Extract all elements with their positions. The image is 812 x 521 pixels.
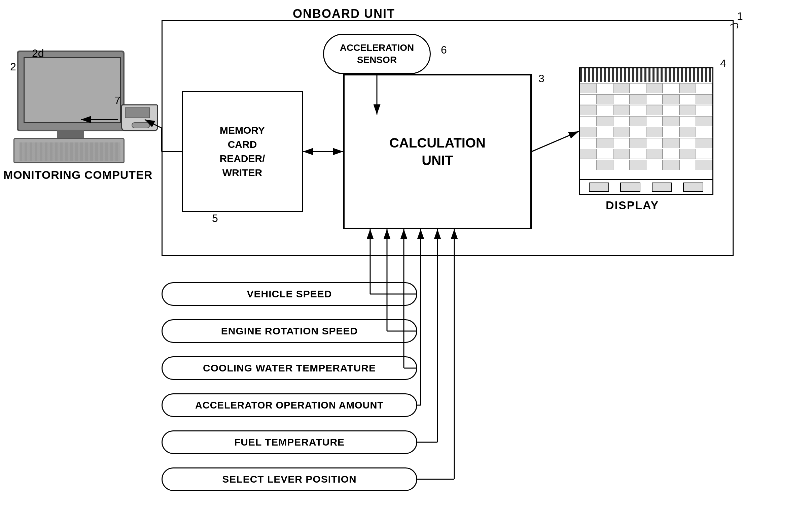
ref-num-4: 4 xyxy=(720,57,726,70)
computer-area xyxy=(10,50,138,179)
computer-screen xyxy=(24,57,121,123)
sensor-pill-fuel-temperature: FUEL TEMPERATURE xyxy=(162,430,417,454)
display-box xyxy=(579,67,713,195)
calculation-unit-label: CALCULATION UNIT xyxy=(389,134,485,169)
monitor-stand xyxy=(57,130,84,138)
ref-num-2: 2 xyxy=(10,61,16,73)
display-bottom-bar xyxy=(580,179,712,194)
display-btn-3 xyxy=(652,183,672,192)
sensor-label-select-lever: SELECT LEVER POSITION xyxy=(222,474,356,485)
ref-num-2d: 2d xyxy=(32,47,44,60)
sensor-pill-cooling-water: COOLING WATER TEMPERATURE xyxy=(162,356,417,380)
display-label: DISPLAY xyxy=(606,199,659,212)
acceleration-sensor: ACCELERATION SENSOR xyxy=(323,34,431,74)
sensor-pill-accelerator: ACCELERATOR OPERATION AMOUNT xyxy=(162,393,417,417)
memory-card-label: MEMORY CARD READER/ WRITER xyxy=(219,123,265,180)
display-btn-2 xyxy=(620,183,640,192)
diagram-container: ONBOARD UNIT 1 ACCELERATION SENSOR 6 MEM… xyxy=(0,0,812,521)
monitoring-computer-label: MONITORING COMPUTER xyxy=(3,168,152,182)
floppy-label-area xyxy=(125,108,150,118)
sensor-label-accelerator: ACCELERATOR OPERATION AMOUNT xyxy=(195,400,384,411)
calculation-unit-box: CALCULATION UNIT xyxy=(343,74,532,229)
display-grid xyxy=(580,83,712,171)
sensor-label-vehicle-speed: VEHICLE SPEED xyxy=(247,288,332,300)
acceleration-sensor-label: ACCELERATION SENSOR xyxy=(340,42,414,66)
floppy-body xyxy=(121,105,158,131)
sensor-label-engine-rotation: ENGINE ROTATION SPEED xyxy=(221,325,358,337)
display-btn-1 xyxy=(589,183,609,192)
memory-card-item xyxy=(121,105,162,133)
sensor-pill-select-lever: SELECT LEVER POSITION xyxy=(162,468,417,491)
sensor-pill-engine-rotation: ENGINE ROTATION SPEED xyxy=(162,319,417,343)
ref-num-1: 1 xyxy=(737,10,743,23)
sensor-label-cooling-water: COOLING WATER TEMPERATURE xyxy=(203,362,376,374)
display-btn-4 xyxy=(683,183,703,192)
floppy-metal xyxy=(132,122,150,128)
keyboard-keys xyxy=(20,142,120,161)
memory-card-box: MEMORY CARD READER/ WRITER xyxy=(182,91,303,212)
sensor-pill-vehicle-speed: VEHICLE SPEED xyxy=(162,282,417,306)
sensor-label-fuel-temperature: FUEL TEMPERATURE xyxy=(234,436,344,448)
ref-num-7: 7 xyxy=(114,94,120,107)
computer-monitor xyxy=(17,50,124,131)
keyboard xyxy=(14,138,124,163)
ref-num-3: 3 xyxy=(539,72,545,85)
ref-num-5: 5 xyxy=(212,212,218,225)
onboard-unit-label: ONBOARD UNIT xyxy=(293,7,395,21)
ref-num-6: 6 xyxy=(441,44,447,56)
display-screen-top xyxy=(580,68,712,82)
